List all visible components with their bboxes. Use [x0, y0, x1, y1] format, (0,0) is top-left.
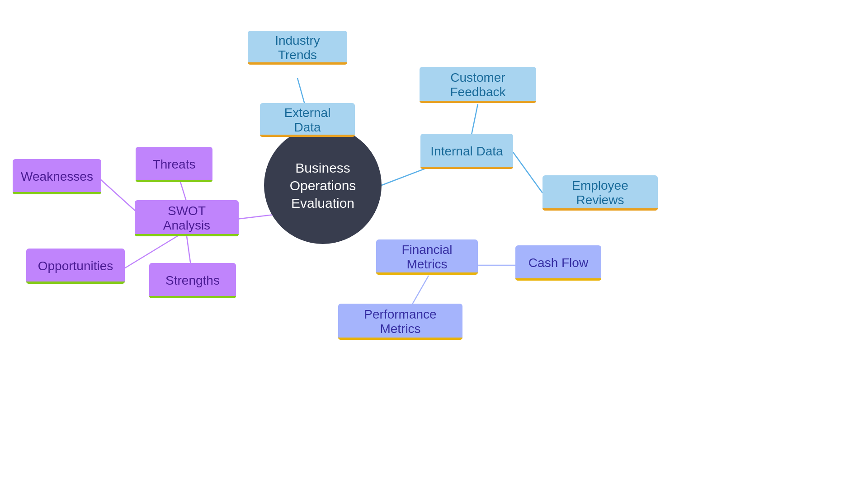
internal-data-node[interactable]: Internal Data [420, 134, 513, 169]
cash-flow-label: Cash Flow [528, 256, 588, 270]
performance-metrics-label: Performance Metrics [348, 307, 453, 336]
employee-reviews-node[interactable]: Employee Reviews [542, 175, 658, 211]
threats-node[interactable]: Threats [136, 147, 212, 182]
svg-line-4 [513, 152, 542, 193]
swot-analysis-node[interactable]: SWOT Analysis [135, 200, 239, 236]
weaknesses-node[interactable]: Weaknesses [13, 159, 101, 194]
strengths-label: Strengths [165, 273, 220, 288]
employee-reviews-label: Employee Reviews [552, 178, 648, 207]
cash-flow-node[interactable]: Cash Flow [515, 245, 601, 281]
external-data-node[interactable]: External Data [260, 103, 355, 137]
performance-metrics-node[interactable]: Performance Metrics [338, 304, 462, 340]
svg-line-10 [99, 178, 137, 212]
center-label: Business Operations Evaluation [264, 159, 382, 212]
external-data-label: External Data [270, 106, 345, 135]
internal-data-label: Internal Data [430, 144, 503, 159]
customer-feedback-node[interactable]: Customer Feedback [420, 67, 536, 103]
opportunities-node[interactable]: Opportunities [26, 249, 125, 284]
weaknesses-label: Weaknesses [21, 169, 93, 184]
strengths-node[interactable]: Strengths [149, 263, 236, 298]
industry-trends-label: Industry Trends [258, 33, 337, 62]
financial-metrics-node[interactable]: Financial Metrics [376, 239, 478, 275]
opportunities-label: Opportunities [38, 259, 113, 273]
financial-metrics-label: Financial Metrics [386, 243, 468, 272]
threats-label: Threats [153, 157, 196, 172]
svg-line-12 [187, 236, 191, 265]
center-node[interactable]: Business Operations Evaluation [264, 127, 382, 244]
industry-trends-node[interactable]: Industry Trends [248, 31, 347, 65]
customer-feedback-label: Customer Feedback [429, 70, 526, 99]
swot-analysis-label: SWOT Analysis [145, 204, 229, 233]
